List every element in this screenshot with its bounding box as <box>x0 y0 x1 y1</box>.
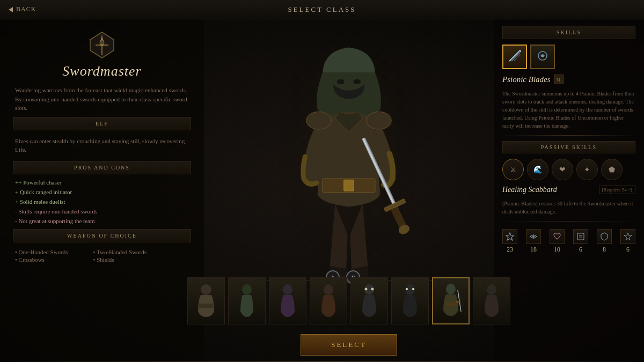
con-2: - Not great at supporting the team <box>13 217 191 225</box>
stat-value-agility: 18 <box>530 246 537 254</box>
svg-point-27 <box>446 284 456 294</box>
class-thumb-8[interactable] <box>473 277 510 324</box>
pros-cons-section: PROS AND CONS <box>13 161 191 174</box>
svg-point-14 <box>306 112 332 129</box>
passive-name: Healing Scabbard <box>502 186 557 194</box>
passive-description: [Psionic Blades] restores 30 Life to the… <box>502 200 635 216</box>
skills-header-box: SKILLS <box>502 26 635 39</box>
pro-1: ++ Powerful chaser <box>13 179 191 186</box>
stat-icon-strength <box>502 229 517 244</box>
right-panel: SKILLS <box>494 19 644 362</box>
stat-value-defense: 8 <box>603 246 606 254</box>
stats-row: 23 18 10 <box>502 227 635 256</box>
passive-5-icon: ⬟ <box>609 165 615 174</box>
svg-point-22 <box>365 288 368 291</box>
passive-requirement: [Requires 54 ᛜ] <box>599 186 636 194</box>
passive-skills-header: PASSIVE SKILLS <box>509 144 628 150</box>
svg-point-26 <box>412 288 414 290</box>
skill-hotkey: Q <box>554 75 564 84</box>
passive-header-box: PASSIVE SKILLS <box>502 141 635 153</box>
stat-knowledge: 6 <box>573 229 588 254</box>
svg-rect-9 <box>344 180 354 191</box>
divider-1 <box>502 135 635 136</box>
passive-icons-row: ⚔ 🌊 ❤ ✦ ⬟ <box>502 159 635 180</box>
stat-icon-health <box>550 229 565 244</box>
pro-3: + Solid melee duelist <box>13 198 191 205</box>
back-button[interactable]: BACK <box>9 5 36 13</box>
class-name: Swordmaster <box>62 63 141 79</box>
left-panel: Swordmaster Wandering warriors from the … <box>0 19 204 362</box>
stat-value-health: 10 <box>554 246 560 254</box>
passive-4-icon: ✦ <box>584 165 590 174</box>
back-arrow-icon <box>9 7 13 12</box>
race-label: ELF <box>20 121 184 127</box>
passive-1-icon: ⚔ <box>510 165 517 174</box>
stat-health: 10 <box>550 229 565 254</box>
skill-icon-1[interactable] <box>502 45 527 69</box>
skill-name: Psionic Blades <box>502 75 551 84</box>
class-thumb-3[interactable] <box>269 277 306 324</box>
stat-luck: 6 <box>620 229 635 254</box>
stat-icon-defense <box>597 229 612 244</box>
page-title: SELECT CLASS <box>288 5 356 14</box>
skill-description: The Swordmaster summons up to 4 Psionic … <box>502 90 635 130</box>
svg-point-23 <box>371 288 374 291</box>
stat-icon-agility <box>526 229 541 244</box>
svg-rect-28 <box>445 302 457 306</box>
passive-3-icon: ❤ <box>559 165 566 174</box>
svg-line-33 <box>511 53 520 61</box>
stat-agility: 18 <box>526 229 541 254</box>
stat-defense: 8 <box>597 229 612 254</box>
svg-point-19 <box>283 284 292 295</box>
svg-point-7 <box>353 79 361 84</box>
class-thumb-6[interactable] <box>391 277 429 324</box>
svg-point-16 <box>201 284 211 295</box>
stat-value-strength: 23 <box>507 246 513 254</box>
skills-header: SKILLS <box>509 29 628 35</box>
stat-icon-knowledge <box>573 229 588 244</box>
pros-cons-label: PROS AND CONS <box>20 165 184 171</box>
svg-point-25 <box>406 288 408 290</box>
back-label: BACK <box>16 5 36 13</box>
weapon-list: • One-Handed Swords • Two-Handed Swords … <box>13 247 191 265</box>
passive-icon-5[interactable]: ⬟ <box>601 159 623 180</box>
race-section: ELF <box>13 117 191 130</box>
svg-rect-17 <box>199 304 213 308</box>
passive-icon-1[interactable]: ⚔ <box>502 159 524 180</box>
main-content: Swordmaster Wandering warriors from the … <box>0 19 644 362</box>
divider-2 <box>502 221 635 221</box>
class-thumb-4[interactable] <box>310 277 347 324</box>
class-thumb-2[interactable] <box>228 277 266 324</box>
pro-2: + Quick ranged initiator <box>13 188 191 196</box>
class-thumb-7[interactable] <box>432 277 470 324</box>
svg-rect-38 <box>577 233 584 240</box>
skill-2-icon <box>535 48 550 66</box>
svg-point-18 <box>242 284 252 295</box>
pros-list: ++ Powerful chaser + Quick ranged initia… <box>13 179 191 225</box>
race-description: Elves can enter stealth by crouching and… <box>13 135 191 157</box>
thumbnails-row <box>187 277 510 324</box>
weapon-3: • Crossbows <box>15 256 85 263</box>
passive-name-row: Healing Scabbard [Requires 54 ᛜ] <box>502 186 635 194</box>
stat-icon-luck <box>620 229 635 244</box>
class-thumb-5[interactable] <box>350 277 388 324</box>
weapon-1: • One-Handed Swords <box>15 249 85 255</box>
class-thumb-1[interactable] <box>187 277 225 324</box>
stat-value-knowledge: 6 <box>579 246 582 254</box>
passive-icon-4[interactable]: ✦ <box>576 159 598 180</box>
stat-value-luck: 6 <box>626 246 630 254</box>
con-1: - Skills require one-handed swords <box>13 208 191 215</box>
passive-2-icon: 🌊 <box>533 165 543 174</box>
weapon-2: • Two-Handed Swords <box>93 249 163 255</box>
select-button[interactable]: SELECT <box>301 334 397 356</box>
skill-icon-2[interactable] <box>530 45 555 69</box>
svg-point-37 <box>532 235 535 238</box>
passive-icon-2[interactable]: 🌊 <box>527 159 548 180</box>
skill-icons-row <box>502 45 635 69</box>
stat-strength: 23 <box>502 229 517 254</box>
svg-marker-41 <box>624 233 632 240</box>
weapon-4: • Shields <box>93 256 163 263</box>
passive-icon-3[interactable]: ❤ <box>552 159 573 180</box>
svg-line-32 <box>509 50 520 61</box>
class-header: Swordmaster <box>13 30 191 79</box>
